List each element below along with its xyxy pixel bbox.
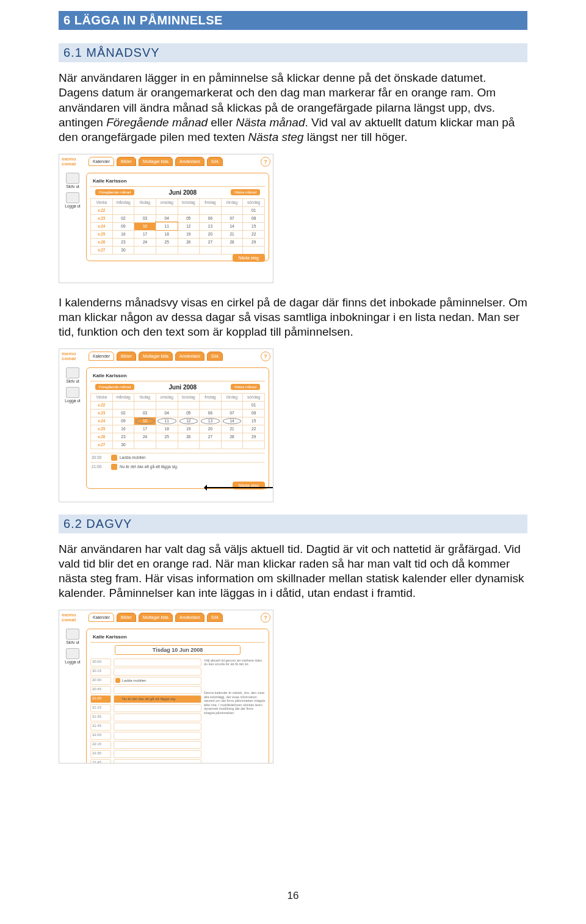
day-cell[interactable]: 27	[200, 433, 222, 441]
day-cell[interactable]	[112, 206, 134, 214]
day-cell[interactable]: 09	[112, 222, 134, 230]
time-slot[interactable]: 22:30	[90, 750, 111, 758]
time-slot[interactable]: 20:00	[90, 659, 111, 666]
day-cell[interactable]: 01	[243, 401, 265, 409]
day-cell[interactable]	[243, 441, 265, 449]
day-cell[interactable]: 19	[178, 425, 200, 433]
day-cell[interactable]: 04	[156, 214, 178, 222]
day-cell[interactable]: 30	[112, 246, 134, 254]
next-month-button[interactable]: Nästa månad	[231, 189, 260, 195]
day-cell[interactable]: 01	[243, 206, 265, 214]
day-cell[interactable]	[221, 246, 243, 254]
day-cell[interactable]: 07	[221, 214, 243, 222]
day-cell[interactable]	[200, 246, 222, 254]
day-cell[interactable]	[200, 401, 222, 409]
day-cell[interactable]: 06	[200, 409, 222, 417]
day-cell[interactable]: 03	[134, 214, 156, 222]
help-icon[interactable]: ?	[261, 352, 270, 361]
tab-kalender[interactable]: Kalender	[89, 157, 114, 166]
time-slot[interactable]: 21:30	[90, 713, 111, 721]
day-cell[interactable]	[156, 441, 178, 449]
day-cell-today[interactable]: 10	[134, 222, 156, 230]
day-cell[interactable]	[156, 401, 178, 409]
day-cell[interactable]: 07	[221, 409, 243, 417]
day-cell[interactable]: 15	[243, 222, 265, 230]
skriv-ut-button[interactable]: Skriv ut	[62, 173, 84, 189]
event-slot[interactable]	[114, 713, 201, 721]
day-cell[interactable]	[200, 441, 222, 449]
tab-sok[interactable]: Sök	[207, 613, 223, 622]
day-cell[interactable]: 19	[178, 230, 200, 238]
help-icon[interactable]: ?	[261, 157, 270, 167]
day-cell[interactable]	[221, 401, 243, 409]
time-slot[interactable]: 21:45	[90, 723, 111, 731]
day-cell[interactable]: 25	[156, 238, 178, 246]
day-cell[interactable]: 16	[112, 230, 134, 238]
day-cell[interactable]: 15	[243, 417, 265, 425]
event-slot[interactable]	[114, 686, 201, 694]
day-cell[interactable]: 02	[112, 214, 134, 222]
prev-month-button[interactable]: Föregående månad	[95, 384, 134, 390]
event-slot[interactable]	[114, 750, 201, 758]
skriv-ut-button[interactable]: Skriv ut	[62, 629, 84, 644]
day-cell[interactable]: 29	[243, 433, 265, 441]
tab-sok[interactable]: Sök	[207, 157, 223, 166]
day-cell[interactable]: 08	[243, 409, 265, 417]
help-icon[interactable]: ?	[261, 613, 270, 623]
day-cell[interactable]: 21	[221, 425, 243, 433]
tab-anvandare[interactable]: Användare	[175, 613, 204, 622]
day-cell[interactable]: 22	[243, 230, 265, 238]
day-cell[interactable]: 24	[134, 433, 156, 441]
day-cell[interactable]: 06	[200, 214, 222, 222]
day-cell[interactable]: 02	[112, 409, 134, 417]
day-cell[interactable]	[134, 401, 156, 409]
day-cell[interactable]: 28	[221, 433, 243, 441]
event-slot[interactable]	[114, 741, 201, 749]
event-slot[interactable]	[114, 704, 201, 712]
day-cell[interactable]	[221, 206, 243, 214]
tab-mottagarlista[interactable]: Mottagar lista	[139, 157, 173, 166]
day-cell[interactable]	[200, 206, 222, 214]
event-slot-selected[interactable]: Nu är det dax att gå att lägga sig.	[114, 695, 201, 703]
day-cell-event[interactable]: 11	[156, 417, 178, 425]
time-slot-selected[interactable]: 21:00	[90, 695, 111, 703]
time-slot[interactable]: 20:15	[90, 668, 111, 676]
skriv-ut-button[interactable]: Skriv ut	[62, 367, 84, 383]
day-cell[interactable]: 20	[200, 425, 222, 433]
time-slot[interactable]: 20:30	[90, 677, 111, 685]
day-cell[interactable]: 14	[221, 222, 243, 230]
day-cell[interactable]	[178, 401, 200, 409]
time-slot[interactable]: 20:45	[90, 686, 111, 694]
day-cell[interactable]	[134, 206, 156, 214]
time-slot[interactable]: 22:15	[90, 741, 111, 749]
event-slot[interactable]	[114, 668, 201, 676]
day-cell[interactable]: 17	[134, 230, 156, 238]
day-cell[interactable]: 28	[221, 238, 243, 246]
event-row[interactable]: 21:00 Nu är det dax att gå att lägga sig…	[90, 462, 265, 471]
tab-bilder[interactable]: Bilder	[117, 613, 136, 622]
day-cell-selected[interactable]: 11	[156, 222, 178, 230]
day-cell[interactable]: 29	[243, 238, 265, 246]
day-cell[interactable]	[134, 441, 156, 449]
day-cell[interactable]: 21	[221, 230, 243, 238]
day-cell[interactable]	[178, 441, 200, 449]
logga-ut-button[interactable]: Logga ut	[62, 387, 84, 403]
tab-anvandare[interactable]: Användare	[175, 157, 204, 166]
day-cell[interactable]	[243, 246, 265, 254]
tab-mottagarlista[interactable]: Mottagar lista	[139, 352, 173, 361]
tab-bilder[interactable]: Bilder	[117, 157, 136, 166]
day-cell[interactable]: 25	[156, 433, 178, 441]
day-cell[interactable]: 05	[178, 214, 200, 222]
tab-mottagarlista[interactable]: Mottagar lista	[139, 613, 173, 622]
prev-month-button[interactable]: Föregående månad	[95, 189, 134, 195]
day-cell[interactable]: 20	[200, 230, 222, 238]
day-cell[interactable]: 30	[112, 441, 134, 449]
day-cell[interactable]: 13	[200, 222, 222, 230]
day-cell[interactable]	[178, 246, 200, 254]
day-cell[interactable]: 23	[112, 433, 134, 441]
day-cell[interactable]: 26	[178, 238, 200, 246]
logga-ut-button[interactable]: Logga ut	[62, 648, 84, 664]
day-cell[interactable]: 12	[178, 222, 200, 230]
day-cell[interactable]: 23	[112, 238, 134, 246]
time-slot[interactable]: 22:00	[90, 732, 111, 740]
